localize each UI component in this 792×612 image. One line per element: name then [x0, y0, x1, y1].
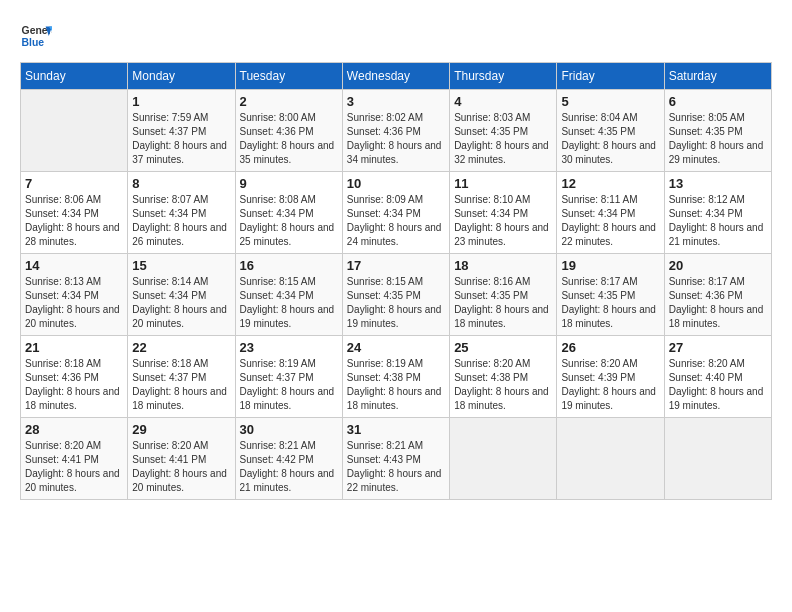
- calendar-cell: 27Sunrise: 8:20 AMSunset: 4:40 PMDayligh…: [664, 336, 771, 418]
- calendar-cell: 9Sunrise: 8:08 AMSunset: 4:34 PMDaylight…: [235, 172, 342, 254]
- day-info: Sunrise: 8:05 AMSunset: 4:35 PMDaylight:…: [669, 111, 767, 167]
- day-number: 8: [132, 176, 230, 191]
- calendar-cell: 5Sunrise: 8:04 AMSunset: 4:35 PMDaylight…: [557, 90, 664, 172]
- calendar-week-row: 21Sunrise: 8:18 AMSunset: 4:36 PMDayligh…: [21, 336, 772, 418]
- day-number: 27: [669, 340, 767, 355]
- weekday-header-monday: Monday: [128, 63, 235, 90]
- day-info: Sunrise: 8:16 AMSunset: 4:35 PMDaylight:…: [454, 275, 552, 331]
- svg-text:Blue: Blue: [22, 37, 45, 48]
- calendar-cell: 13Sunrise: 8:12 AMSunset: 4:34 PMDayligh…: [664, 172, 771, 254]
- calendar-cell: 19Sunrise: 8:17 AMSunset: 4:35 PMDayligh…: [557, 254, 664, 336]
- calendar-cell: 23Sunrise: 8:19 AMSunset: 4:37 PMDayligh…: [235, 336, 342, 418]
- logo: General Blue: [20, 20, 52, 52]
- day-info: Sunrise: 8:17 AMSunset: 4:35 PMDaylight:…: [561, 275, 659, 331]
- day-info: Sunrise: 8:11 AMSunset: 4:34 PMDaylight:…: [561, 193, 659, 249]
- calendar-cell: 3Sunrise: 8:02 AMSunset: 4:36 PMDaylight…: [342, 90, 449, 172]
- day-info: Sunrise: 8:17 AMSunset: 4:36 PMDaylight:…: [669, 275, 767, 331]
- calendar-cell: [664, 418, 771, 500]
- day-number: 19: [561, 258, 659, 273]
- day-info: Sunrise: 8:07 AMSunset: 4:34 PMDaylight:…: [132, 193, 230, 249]
- day-info: Sunrise: 8:20 AMSunset: 4:41 PMDaylight:…: [132, 439, 230, 495]
- calendar-cell: 15Sunrise: 8:14 AMSunset: 4:34 PMDayligh…: [128, 254, 235, 336]
- calendar-cell: 31Sunrise: 8:21 AMSunset: 4:43 PMDayligh…: [342, 418, 449, 500]
- weekday-header-wednesday: Wednesday: [342, 63, 449, 90]
- day-number: 17: [347, 258, 445, 273]
- day-info: Sunrise: 8:03 AMSunset: 4:35 PMDaylight:…: [454, 111, 552, 167]
- calendar-cell: 21Sunrise: 8:18 AMSunset: 4:36 PMDayligh…: [21, 336, 128, 418]
- day-info: Sunrise: 8:06 AMSunset: 4:34 PMDaylight:…: [25, 193, 123, 249]
- day-info: Sunrise: 7:59 AMSunset: 4:37 PMDaylight:…: [132, 111, 230, 167]
- calendar-cell: 8Sunrise: 8:07 AMSunset: 4:34 PMDaylight…: [128, 172, 235, 254]
- day-number: 16: [240, 258, 338, 273]
- weekday-header-friday: Friday: [557, 63, 664, 90]
- calendar-cell: 17Sunrise: 8:15 AMSunset: 4:35 PMDayligh…: [342, 254, 449, 336]
- day-number: 2: [240, 94, 338, 109]
- page-header: General Blue: [20, 20, 772, 52]
- calendar-cell: 4Sunrise: 8:03 AMSunset: 4:35 PMDaylight…: [450, 90, 557, 172]
- day-number: 18: [454, 258, 552, 273]
- day-number: 29: [132, 422, 230, 437]
- day-number: 21: [25, 340, 123, 355]
- day-info: Sunrise: 8:12 AMSunset: 4:34 PMDaylight:…: [669, 193, 767, 249]
- day-info: Sunrise: 8:18 AMSunset: 4:37 PMDaylight:…: [132, 357, 230, 413]
- day-info: Sunrise: 8:19 AMSunset: 4:37 PMDaylight:…: [240, 357, 338, 413]
- day-info: Sunrise: 8:15 AMSunset: 4:35 PMDaylight:…: [347, 275, 445, 331]
- calendar-cell: [557, 418, 664, 500]
- calendar-cell: 2Sunrise: 8:00 AMSunset: 4:36 PMDaylight…: [235, 90, 342, 172]
- calendar-cell: 20Sunrise: 8:17 AMSunset: 4:36 PMDayligh…: [664, 254, 771, 336]
- calendar-cell: [21, 90, 128, 172]
- calendar-cell: 10Sunrise: 8:09 AMSunset: 4:34 PMDayligh…: [342, 172, 449, 254]
- day-info: Sunrise: 8:13 AMSunset: 4:34 PMDaylight:…: [25, 275, 123, 331]
- day-info: Sunrise: 8:15 AMSunset: 4:34 PMDaylight:…: [240, 275, 338, 331]
- day-info: Sunrise: 8:14 AMSunset: 4:34 PMDaylight:…: [132, 275, 230, 331]
- day-info: Sunrise: 8:18 AMSunset: 4:36 PMDaylight:…: [25, 357, 123, 413]
- calendar-week-row: 7Sunrise: 8:06 AMSunset: 4:34 PMDaylight…: [21, 172, 772, 254]
- day-info: Sunrise: 8:02 AMSunset: 4:36 PMDaylight:…: [347, 111, 445, 167]
- day-number: 9: [240, 176, 338, 191]
- day-number: 3: [347, 94, 445, 109]
- day-info: Sunrise: 8:09 AMSunset: 4:34 PMDaylight:…: [347, 193, 445, 249]
- day-number: 22: [132, 340, 230, 355]
- calendar-cell: 29Sunrise: 8:20 AMSunset: 4:41 PMDayligh…: [128, 418, 235, 500]
- calendar-cell: 16Sunrise: 8:15 AMSunset: 4:34 PMDayligh…: [235, 254, 342, 336]
- day-number: 20: [669, 258, 767, 273]
- calendar-cell: 11Sunrise: 8:10 AMSunset: 4:34 PMDayligh…: [450, 172, 557, 254]
- day-number: 4: [454, 94, 552, 109]
- calendar-cell: 12Sunrise: 8:11 AMSunset: 4:34 PMDayligh…: [557, 172, 664, 254]
- day-info: Sunrise: 8:10 AMSunset: 4:34 PMDaylight:…: [454, 193, 552, 249]
- calendar-week-row: 28Sunrise: 8:20 AMSunset: 4:41 PMDayligh…: [21, 418, 772, 500]
- day-info: Sunrise: 8:19 AMSunset: 4:38 PMDaylight:…: [347, 357, 445, 413]
- day-number: 6: [669, 94, 767, 109]
- day-number: 5: [561, 94, 659, 109]
- day-info: Sunrise: 8:20 AMSunset: 4:38 PMDaylight:…: [454, 357, 552, 413]
- day-number: 31: [347, 422, 445, 437]
- day-info: Sunrise: 8:00 AMSunset: 4:36 PMDaylight:…: [240, 111, 338, 167]
- calendar-cell: 6Sunrise: 8:05 AMSunset: 4:35 PMDaylight…: [664, 90, 771, 172]
- weekday-header-sunday: Sunday: [21, 63, 128, 90]
- calendar-cell: 22Sunrise: 8:18 AMSunset: 4:37 PMDayligh…: [128, 336, 235, 418]
- day-info: Sunrise: 8:21 AMSunset: 4:42 PMDaylight:…: [240, 439, 338, 495]
- calendar-cell: 18Sunrise: 8:16 AMSunset: 4:35 PMDayligh…: [450, 254, 557, 336]
- day-number: 23: [240, 340, 338, 355]
- calendar-cell: 25Sunrise: 8:20 AMSunset: 4:38 PMDayligh…: [450, 336, 557, 418]
- day-number: 24: [347, 340, 445, 355]
- day-number: 1: [132, 94, 230, 109]
- day-info: Sunrise: 8:20 AMSunset: 4:39 PMDaylight:…: [561, 357, 659, 413]
- day-number: 30: [240, 422, 338, 437]
- weekday-header-saturday: Saturday: [664, 63, 771, 90]
- calendar-cell: 28Sunrise: 8:20 AMSunset: 4:41 PMDayligh…: [21, 418, 128, 500]
- day-number: 10: [347, 176, 445, 191]
- day-number: 28: [25, 422, 123, 437]
- day-info: Sunrise: 8:04 AMSunset: 4:35 PMDaylight:…: [561, 111, 659, 167]
- day-number: 7: [25, 176, 123, 191]
- calendar-table: SundayMondayTuesdayWednesdayThursdayFrid…: [20, 62, 772, 500]
- calendar-cell: 26Sunrise: 8:20 AMSunset: 4:39 PMDayligh…: [557, 336, 664, 418]
- day-number: 14: [25, 258, 123, 273]
- weekday-header-thursday: Thursday: [450, 63, 557, 90]
- calendar-cell: 7Sunrise: 8:06 AMSunset: 4:34 PMDaylight…: [21, 172, 128, 254]
- day-number: 13: [669, 176, 767, 191]
- calendar-cell: [450, 418, 557, 500]
- day-info: Sunrise: 8:21 AMSunset: 4:43 PMDaylight:…: [347, 439, 445, 495]
- calendar-week-row: 1Sunrise: 7:59 AMSunset: 4:37 PMDaylight…: [21, 90, 772, 172]
- calendar-cell: 30Sunrise: 8:21 AMSunset: 4:42 PMDayligh…: [235, 418, 342, 500]
